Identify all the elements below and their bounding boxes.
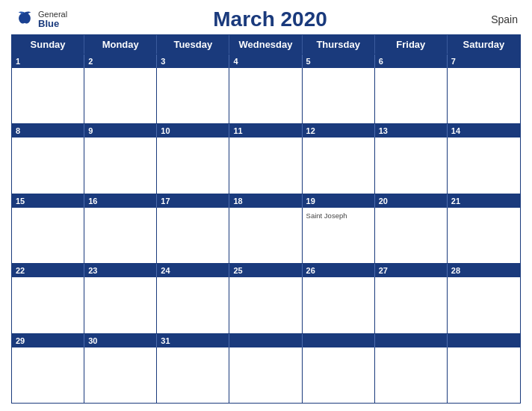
- week-2-content-row: [12, 137, 520, 193]
- day-number-0-2: 3: [161, 57, 225, 66]
- week-2-num-row: 891011121314: [12, 124, 520, 137]
- day-number-3-2: 24: [161, 266, 225, 275]
- day-num-2-4: 19: [303, 194, 375, 208]
- day-content-2-0: [12, 208, 84, 263]
- logo-icon: [14, 9, 35, 30]
- day-content-0-1: [84, 68, 157, 123]
- header-friday: Friday: [375, 35, 448, 54]
- day-num-1-0: 8: [12, 124, 84, 137]
- day-num-4-6: [448, 334, 520, 347]
- day-content-4-4: [303, 347, 375, 403]
- day-content-1-3: [229, 137, 302, 193]
- day-number-2-1: 16: [88, 197, 152, 206]
- day-number-2-5: 20: [379, 197, 443, 206]
- day-num-2-5: 20: [375, 194, 448, 208]
- day-number-0-1: 2: [88, 57, 152, 66]
- day-content-1-0: [12, 137, 84, 193]
- day-content-1-2: [157, 137, 229, 193]
- day-num-4-1: 30: [84, 334, 157, 347]
- day-num-3-6: 28: [448, 264, 520, 277]
- header-tuesday: Tuesday: [157, 35, 229, 54]
- logo-text: General Blue: [38, 10, 67, 29]
- day-content-4-3: [229, 347, 302, 403]
- week-4-content-row: [12, 277, 520, 333]
- day-number-3-5: 27: [379, 266, 443, 275]
- week-3: 15161718192021Saint Joseph: [12, 194, 520, 263]
- day-num-0-1: 2: [84, 55, 157, 68]
- day-num-4-4: [303, 334, 375, 347]
- day-content-2-5: [375, 208, 448, 263]
- day-number-1-3: 11: [233, 126, 297, 135]
- day-event-2-4: Saint Joseph: [306, 211, 371, 220]
- day-content-4-6: [448, 347, 520, 403]
- week-2: 891011121314: [12, 123, 520, 193]
- day-content-4-2: [157, 347, 229, 403]
- day-content-3-3: [229, 277, 302, 333]
- day-number-3-3: 25: [233, 266, 297, 275]
- week-5-content-row: [12, 347, 520, 403]
- week-3-content-row: Saint Joseph: [12, 208, 520, 263]
- day-headers-row: Sunday Monday Tuesday Wednesday Thursday…: [12, 35, 520, 54]
- day-num-2-0: 15: [12, 194, 84, 208]
- day-content-3-2: [157, 277, 229, 333]
- day-num-0-0: 1: [12, 55, 84, 68]
- day-content-0-6: [448, 68, 520, 123]
- day-content-2-1: [84, 208, 157, 263]
- day-number-3-1: 23: [88, 266, 152, 275]
- day-num-0-4: 5: [303, 55, 375, 68]
- day-content-2-2: [157, 208, 229, 263]
- day-number-0-6: 7: [451, 57, 516, 66]
- day-content-3-1: [84, 277, 157, 333]
- day-number-3-6: 28: [451, 266, 516, 275]
- day-content-0-5: [375, 68, 448, 123]
- day-num-3-4: 26: [303, 264, 375, 277]
- day-content-3-6: [448, 277, 520, 333]
- day-number-2-4: 19: [306, 197, 371, 206]
- logo: General Blue: [14, 9, 67, 30]
- day-num-2-1: 16: [84, 194, 157, 208]
- day-number-3-4: 26: [306, 266, 371, 275]
- week-5-num-row: 293031: [12, 334, 520, 347]
- day-content-1-5: [375, 137, 448, 193]
- day-number-1-5: 13: [379, 126, 443, 135]
- header-monday: Monday: [84, 35, 157, 54]
- day-num-4-2: 31: [157, 334, 229, 347]
- day-number-1-4: 12: [306, 126, 371, 135]
- page-header: General Blue March 2020 Spain: [11, 7, 521, 31]
- week-5: 293031: [12, 333, 520, 403]
- day-num-4-5: [375, 334, 448, 347]
- day-content-2-3: [229, 208, 302, 263]
- logo-blue-text: Blue: [38, 19, 67, 29]
- day-num-2-6: 21: [448, 194, 520, 208]
- day-num-1-3: 11: [229, 124, 302, 137]
- day-number-4-0: 29: [16, 336, 80, 345]
- week-3-num-row: 15161718192021: [12, 194, 520, 208]
- day-num-1-4: 12: [303, 124, 375, 137]
- day-content-3-5: [375, 277, 448, 333]
- day-content-1-4: [303, 137, 375, 193]
- month-title: March 2020: [67, 7, 473, 31]
- day-content-4-0: [12, 347, 84, 403]
- day-num-0-6: 7: [448, 55, 520, 68]
- day-num-3-3: 25: [229, 264, 302, 277]
- day-number-2-6: 21: [451, 197, 516, 206]
- day-num-1-2: 10: [157, 124, 229, 137]
- day-num-0-3: 4: [229, 55, 302, 68]
- day-content-2-4: Saint Joseph: [303, 208, 375, 263]
- day-num-1-6: 14: [448, 124, 520, 137]
- day-num-1-1: 9: [84, 124, 157, 137]
- day-number-4-1: 30: [88, 336, 152, 345]
- header-saturday: Saturday: [448, 35, 520, 54]
- day-num-4-0: 29: [12, 334, 84, 347]
- day-number-1-2: 10: [161, 126, 225, 135]
- day-num-3-0: 22: [12, 264, 84, 277]
- day-content-2-6: [448, 208, 520, 263]
- week-1: 1234567: [12, 54, 520, 123]
- header-wednesday: Wednesday: [229, 35, 302, 54]
- day-num-2-3: 18: [229, 194, 302, 208]
- day-number-1-0: 8: [16, 126, 80, 135]
- day-num-3-1: 23: [84, 264, 157, 277]
- day-num-2-2: 17: [157, 194, 229, 208]
- day-content-1-1: [84, 137, 157, 193]
- week-1-num-row: 1234567: [12, 55, 520, 68]
